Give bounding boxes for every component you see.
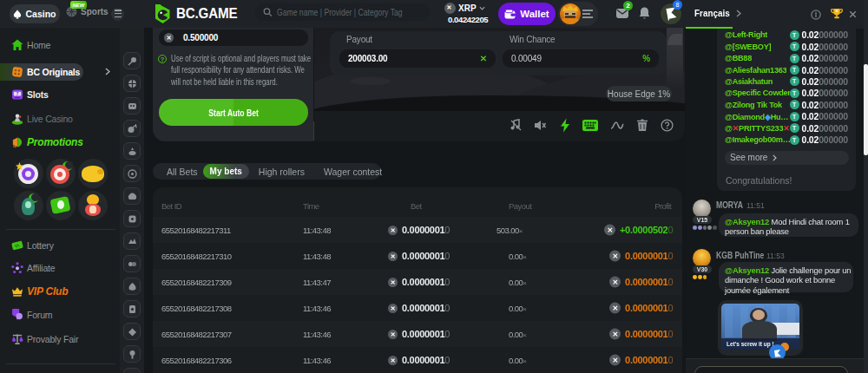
svg-text:7: 7: [16, 92, 19, 96]
